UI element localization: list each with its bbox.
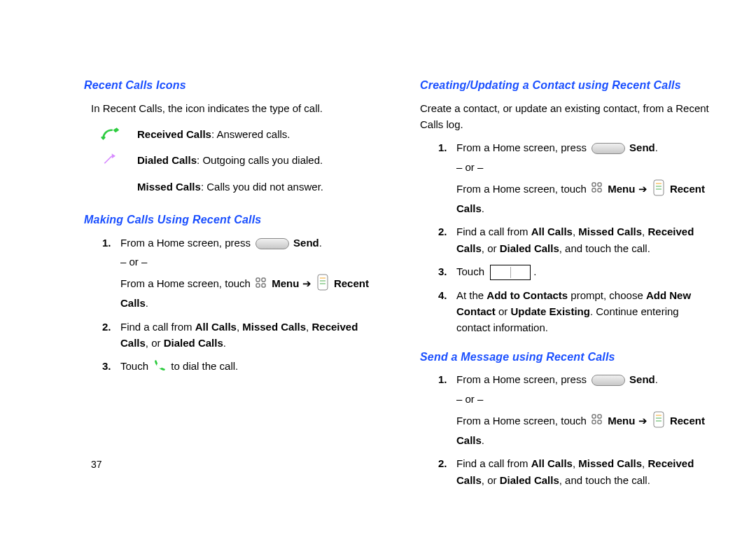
svg-rect-18 xyxy=(592,420,596,424)
received-calls-text: Received Calls: Answered calls. xyxy=(137,126,290,142)
step-4: At the Add to Contacts prompt, choose Ad… xyxy=(438,287,714,336)
recent-calls-app-icon xyxy=(652,411,665,432)
or-separator: – or – xyxy=(456,391,714,407)
heading-recent-calls-icons: Recent Calls Icons xyxy=(84,77,378,95)
step-1: From a Home screen, press Send. – or – F… xyxy=(102,235,378,312)
svg-rect-8 xyxy=(592,183,596,186)
svg-rect-3 xyxy=(262,284,265,287)
recent-calls-app-icon xyxy=(652,179,665,200)
svg-rect-20 xyxy=(654,412,664,427)
heading-making-calls: Making Calls Using Recent Calls xyxy=(84,212,378,229)
page-content: Recent Calls Icons In Recent Calls, the … xyxy=(0,0,756,540)
heading-creating-updating: Creating/Updating a Contact using Recent… xyxy=(420,77,714,95)
dialed-calls-icon xyxy=(99,152,122,167)
dialed-calls-row: Dialed Calls: Outgoing calls you dialed. xyxy=(99,152,378,168)
svg-rect-9 xyxy=(598,183,601,186)
svg-rect-19 xyxy=(598,420,601,424)
svg-rect-12 xyxy=(654,180,664,195)
dialed-calls-text: Dialed Calls: Outgoing calls you dialed. xyxy=(137,152,323,168)
heading-send-message: Send a Message using Recent Calls xyxy=(420,349,714,366)
making-calls-steps: From a Home screen, press Send. – or – F… xyxy=(84,235,378,376)
step-2: Find a call from All Calls, Missed Calls… xyxy=(102,319,378,352)
svg-rect-17 xyxy=(598,415,601,418)
missed-calls-row: Missed Calls: Calls you did not answer. xyxy=(99,179,378,195)
svg-rect-1 xyxy=(262,278,265,282)
menu-grid-icon xyxy=(592,181,603,198)
or-separator: – or – xyxy=(456,159,714,175)
phone-dial-icon xyxy=(153,359,166,375)
left-column: Recent Calls Icons In Recent Calls, the … xyxy=(84,77,378,477)
received-calls-icon xyxy=(99,126,122,141)
step-1: From a Home screen, press Send. – or – F… xyxy=(438,139,714,216)
step-3: Touch to dial the call. xyxy=(102,358,378,375)
svg-rect-2 xyxy=(256,284,260,287)
step-3: Touch . xyxy=(438,263,714,280)
or-separator: – or – xyxy=(120,254,378,270)
recent-calls-app-icon xyxy=(316,274,329,295)
send-key-icon xyxy=(592,143,625,154)
send-key-icon xyxy=(255,238,289,249)
menu-grid-icon xyxy=(592,413,603,429)
step-2: Find a call from All Calls, Missed Calls… xyxy=(438,455,714,488)
missed-calls-text: Missed Calls: Calls you did not answer. xyxy=(137,179,323,195)
svg-rect-16 xyxy=(592,415,596,418)
send-message-steps: From a Home screen, press Send. – or – F… xyxy=(420,371,714,488)
intro-text: In Recent Calls, the icon indicates the … xyxy=(91,100,378,116)
page-number: 37 xyxy=(91,459,102,470)
right-column: Creating/Updating a Contact using Recent… xyxy=(420,77,714,477)
intro-right: Create a contact, or update an existing … xyxy=(420,100,714,133)
creating-contact-steps: From a Home screen, press Send. – or – F… xyxy=(420,139,714,335)
received-calls-row: Received Calls: Answered calls. xyxy=(99,126,378,142)
step-1: From a Home screen, press Send. – or – F… xyxy=(438,371,714,448)
svg-rect-4 xyxy=(318,275,328,290)
step-2: Find a call from All Calls, Missed Calls… xyxy=(438,223,714,256)
menu-grid-icon xyxy=(255,277,267,293)
svg-rect-10 xyxy=(592,188,596,192)
svg-rect-11 xyxy=(598,188,601,192)
send-key-icon xyxy=(592,375,625,386)
svg-rect-0 xyxy=(256,278,260,282)
touch-button-box xyxy=(490,265,531,280)
